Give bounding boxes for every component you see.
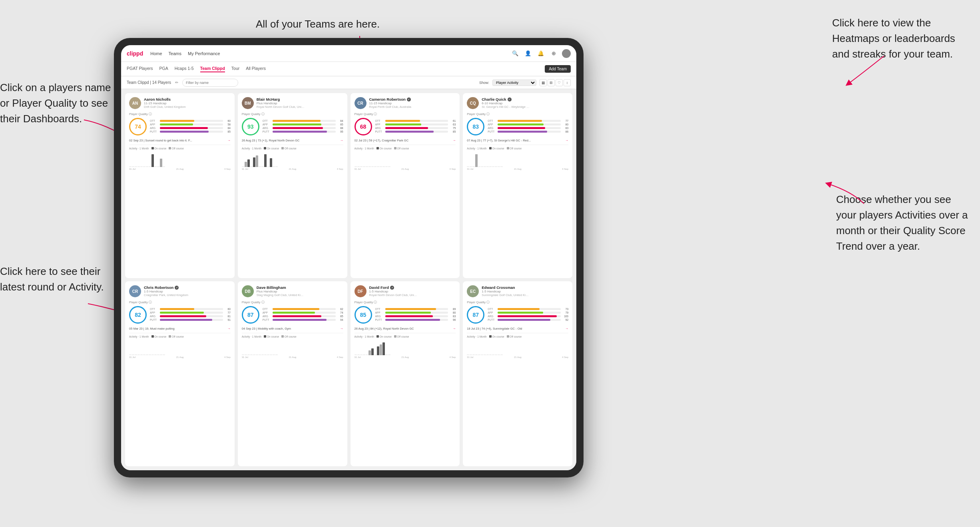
chart-dates: 31 Jul 21 Aug 4 Sep bbox=[355, 168, 456, 170]
add-team-button[interactable]: Add Team bbox=[545, 65, 571, 73]
recent-arrow[interactable]: → bbox=[340, 327, 343, 330]
chart-bar bbox=[489, 354, 492, 355]
search-icon[interactable]: 🔍 bbox=[511, 49, 520, 58]
show-label: Show: bbox=[479, 81, 489, 85]
tab-hcaps[interactable]: Hcaps 1-5 bbox=[175, 66, 194, 72]
player-card[interactable]: AN Aaron Nicholls 11-15 Handicap Drift G… bbox=[125, 93, 235, 278]
stat-value: 85 bbox=[224, 130, 231, 133]
nav-logo: clippd bbox=[127, 50, 143, 57]
stat-label: ARG bbox=[150, 127, 159, 129]
player-name[interactable]: Aaron Nicholls bbox=[144, 97, 231, 101]
recent-arrow[interactable]: → bbox=[340, 139, 343, 142]
player-card[interactable]: DF David Ford ✓ 1-5 Handicap Royal North… bbox=[351, 281, 460, 466]
off-course-legend: Off course bbox=[281, 335, 297, 338]
recent-round-text[interactable]: 26 Aug 23 | 73 (+1), Royal North Devon G… bbox=[242, 139, 339, 142]
chart-bar bbox=[363, 354, 365, 355]
chart-bar bbox=[267, 166, 269, 167]
stat-value: 86 bbox=[562, 130, 568, 133]
stat-label: OTT bbox=[263, 119, 271, 122]
stat-bar-bg bbox=[160, 127, 223, 129]
avatar[interactable] bbox=[562, 49, 571, 58]
player-card[interactable]: CR Cameron Robertson ✓ 11-15 Handicap Ro… bbox=[351, 93, 460, 278]
recent-arrow[interactable]: → bbox=[227, 139, 231, 142]
search-input[interactable] bbox=[182, 79, 238, 87]
toolbar-right: Show: Player Activity Quality Score Tren… bbox=[479, 79, 571, 86]
show-select[interactable]: Player Activity Quality Score Trend bbox=[492, 80, 536, 86]
player-card[interactable]: BM Blair McHarg Plus Handicap Royal Nort… bbox=[238, 93, 347, 278]
date-mid: 21 Aug bbox=[289, 356, 296, 358]
quality-label: Player Quality ⓘ bbox=[467, 300, 568, 304]
list-view-icon[interactable]: ⊞ bbox=[548, 79, 555, 86]
recent-round-text[interactable]: 26 Aug 23 | 84 (+12), Royal North Devon … bbox=[355, 327, 451, 330]
recent-arrow[interactable]: → bbox=[227, 327, 231, 330]
settings-icon[interactable]: ⊕ bbox=[549, 49, 558, 58]
quality-score[interactable]: 93 bbox=[242, 118, 259, 135]
recent-round: 02 Sep 23 | Sunset round to get back int… bbox=[129, 139, 231, 142]
stat-value: 91 bbox=[224, 318, 231, 321]
recent-round-text[interactable]: 18 Jul 23 | 74 (+4), Sunningdale GC - Ol… bbox=[467, 327, 564, 330]
player-card[interactable]: CR Chris Robertson ✓ 1-5 Handicap Craigm… bbox=[125, 281, 235, 466]
stat-value: 77 bbox=[224, 311, 231, 314]
player-card[interactable]: CQ Charlie Quick ✓ 6-10 Handicap St. Geo… bbox=[463, 93, 572, 278]
nav-home[interactable]: Home bbox=[150, 51, 162, 56]
player-card[interactable]: EC Edward Crossman 1-5 Handicap Sunningd… bbox=[463, 281, 572, 466]
chart-bar bbox=[253, 157, 255, 167]
stat-row: APP 58 bbox=[150, 123, 231, 126]
stat-value: 81 bbox=[224, 315, 231, 318]
recent-arrow[interactable]: → bbox=[565, 139, 568, 142]
quality-stats: OTT 61 APP 63 ARG 75 PUTT 8 bbox=[375, 119, 456, 134]
recent-round-text[interactable]: 04 Sep 23 | Mobility with coach, Gym bbox=[242, 327, 339, 330]
player-card[interactable]: DB Dave Billingham Plus Handicap Stag Ma… bbox=[238, 281, 347, 466]
nav-teams[interactable]: Teams bbox=[169, 51, 181, 56]
profile-icon[interactable]: 👤 bbox=[524, 49, 532, 58]
recent-round-text[interactable]: 02 Jul 23 | 59 (+17), Craigmillar Park G… bbox=[355, 139, 451, 142]
quality-score[interactable]: 74 bbox=[129, 118, 147, 135]
player-name[interactable]: Blair McHarg bbox=[257, 97, 343, 101]
chart-bar bbox=[484, 166, 486, 167]
sort-icon[interactable]: ↕ bbox=[564, 79, 571, 86]
quality-score[interactable]: 83 bbox=[467, 118, 484, 135]
tab-team-clippd[interactable]: Team Clippd bbox=[200, 66, 225, 72]
recent-arrow[interactable]: → bbox=[565, 327, 568, 330]
tab-all-players[interactable]: All Players bbox=[246, 66, 266, 72]
filter-icon[interactable]: ♡ bbox=[556, 79, 563, 86]
stat-row: APP 79 bbox=[488, 311, 568, 314]
bell-icon[interactable]: 🔔 bbox=[536, 49, 545, 58]
quality-score[interactable]: 85 bbox=[355, 306, 372, 324]
quality-score[interactable]: 87 bbox=[242, 306, 259, 324]
stat-value: 63 bbox=[449, 123, 456, 126]
chart-bar bbox=[149, 166, 151, 167]
quality-score[interactable]: 68 bbox=[355, 118, 372, 135]
chart-bar bbox=[388, 166, 390, 167]
player-name[interactable]: Charlie Quick ✓ bbox=[482, 97, 568, 101]
stat-label: PUTT bbox=[488, 318, 496, 321]
player-name[interactable]: Edward Crossman bbox=[482, 285, 568, 290]
quality-score[interactable]: 82 bbox=[129, 306, 147, 324]
recent-round-text[interactable]: 05 Mar 23 | 19, Must make putting bbox=[129, 327, 226, 330]
recent-arrow[interactable]: → bbox=[452, 139, 456, 142]
stat-bar bbox=[160, 315, 206, 317]
quality-score[interactable]: 87 bbox=[467, 306, 484, 324]
nav-performance[interactable]: My Performance bbox=[188, 51, 220, 56]
recent-arrow[interactable]: → bbox=[452, 327, 456, 330]
on-course-legend: On course bbox=[264, 335, 279, 338]
recent-round-text[interactable]: 02 Sep 23 | Sunset round to get back int… bbox=[129, 139, 226, 142]
stat-bar bbox=[160, 131, 209, 133]
player-name[interactable]: David Ford ✓ bbox=[369, 285, 456, 290]
tab-pgat[interactable]: PGAT Players bbox=[127, 66, 153, 72]
chart-bar bbox=[140, 354, 143, 355]
chart-bar bbox=[154, 354, 157, 355]
player-name[interactable]: Chris Robertson ✓ bbox=[144, 285, 231, 290]
tab-pga[interactable]: PGA bbox=[159, 66, 168, 72]
off-course-legend: Off course bbox=[394, 335, 409, 338]
stat-bar-bg bbox=[385, 120, 448, 122]
chart-bar bbox=[472, 166, 475, 167]
stat-value: 58 bbox=[224, 123, 231, 126]
edit-icon[interactable]: ✏ bbox=[175, 80, 178, 85]
grid-view-icon[interactable]: ▦ bbox=[540, 79, 547, 86]
player-name[interactable]: Cameron Robertson ✓ bbox=[369, 97, 456, 101]
player-name[interactable]: Dave Billingham bbox=[257, 285, 343, 290]
tab-tour[interactable]: Tour bbox=[231, 66, 239, 72]
chart-bar bbox=[374, 166, 376, 167]
recent-round-text[interactable]: 07 Aug 23 | 77 (+7), St George's Hill GC… bbox=[467, 139, 564, 142]
